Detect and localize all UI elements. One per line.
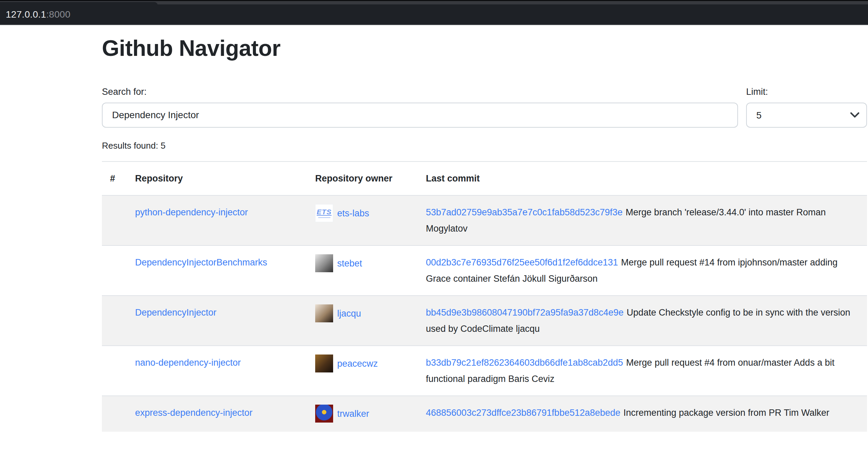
limit-select-wrap: 5 bbox=[746, 103, 867, 128]
repository-cell: nano-dependency-injector bbox=[127, 346, 307, 396]
search-input[interactable] bbox=[102, 103, 738, 128]
row-index-cell bbox=[102, 346, 127, 396]
table-header: # Repository Repository owner Last commi… bbox=[102, 162, 867, 195]
url-host: 127.0.0.1 bbox=[6, 9, 46, 20]
column-header-commit: Last commit bbox=[418, 162, 867, 195]
commit-cell: 00d2b3c7e76935d76f25ee50f6d1f2ef6ddce131… bbox=[418, 245, 867, 296]
owner-avatar bbox=[315, 304, 333, 322]
commit-cell: bb45d9e3b98608047190bf72a95fa9a37d8c4e9e… bbox=[418, 296, 867, 346]
owner-cell: ljacqu bbox=[307, 296, 418, 346]
commit-hash-link[interactable]: 468856003c273dffce23b86791fbbe512a8ebede bbox=[426, 408, 621, 418]
commit-message: Incrementing package version from PR Tim… bbox=[624, 408, 829, 418]
owner-link[interactable]: trwalker bbox=[337, 406, 369, 422]
results-table: # Repository Repository owner Last commi… bbox=[102, 161, 867, 432]
owner-wrap: ETS ets-labs bbox=[315, 204, 410, 222]
ets-logo-text: ETS bbox=[317, 208, 332, 216]
column-header-owner: Repository owner bbox=[307, 162, 418, 195]
ets-logo-subline bbox=[318, 217, 330, 218]
url-text[interactable]: 127.0.0.1:8000 bbox=[6, 4, 70, 24]
repository-link[interactable]: DependencyInjector bbox=[135, 307, 216, 318]
owner-avatar: ETS bbox=[315, 204, 333, 222]
owner-cell: trwalker bbox=[307, 396, 418, 431]
owner-link[interactable]: ets-labs bbox=[337, 205, 369, 221]
repository-link[interactable]: express-dependency-injector bbox=[135, 408, 253, 418]
results-summary: Results found: 5 bbox=[102, 141, 867, 151]
repository-cell: DependencyInjector bbox=[127, 296, 307, 346]
owner-link[interactable]: peacecwz bbox=[337, 356, 378, 372]
browser-tab-strip bbox=[0, 0, 868, 4]
limit-select[interactable]: 5 bbox=[746, 103, 867, 128]
row-index-cell bbox=[102, 195, 127, 245]
owner-wrap: peacecwz bbox=[315, 355, 410, 372]
repository-link[interactable]: nano-dependency-injector bbox=[135, 358, 241, 368]
owner-link[interactable]: stebet bbox=[337, 255, 362, 272]
table-row: DependencyInjector ljacqu bb45d9e3b98608… bbox=[102, 296, 867, 346]
owner-avatar bbox=[315, 254, 333, 272]
owner-cell: ETS ets-labs bbox=[307, 195, 418, 245]
row-index-cell bbox=[102, 396, 127, 431]
table-row: express-dependency-injector trwalker 468… bbox=[102, 396, 867, 431]
results-body: python-dependency-injector ETS ets-labs … bbox=[102, 195, 867, 431]
repository-link[interactable]: DependencyInjectorBenchmarks bbox=[135, 257, 267, 267]
owner-wrap: trwalker bbox=[315, 405, 410, 423]
search-group: Search for: bbox=[102, 87, 738, 128]
browser-address-bar[interactable]: 127.0.0.1:8000 bbox=[0, 0, 868, 25]
owner-link[interactable]: ljacqu bbox=[337, 305, 361, 322]
commit-cell: 53b7ad02759e9ab35a7e7c0c1fab58d523c79f3e… bbox=[418, 195, 867, 245]
owner-wrap: stebet bbox=[315, 254, 410, 272]
commit-cell: 468856003c273dffce23b86791fbbe512a8ebede… bbox=[418, 396, 867, 431]
owner-wrap: ljacqu bbox=[315, 304, 410, 322]
url-port: :8000 bbox=[46, 9, 70, 20]
search-label: Search for: bbox=[102, 87, 738, 97]
repository-cell: DependencyInjectorBenchmarks bbox=[127, 245, 307, 296]
repository-cell: python-dependency-injector bbox=[127, 195, 307, 245]
owner-cell: stebet bbox=[307, 245, 418, 296]
table-row: DependencyInjectorBenchmarks stebet 00d2… bbox=[102, 245, 867, 296]
table-header-row: # Repository Repository owner Last commi… bbox=[102, 162, 867, 195]
owner-avatar bbox=[315, 355, 333, 372]
commit-cell: b33db79c21ef8262364603db66dfe1ab8cab2dd5… bbox=[418, 346, 867, 396]
column-header-number: # bbox=[102, 162, 127, 195]
row-index-cell bbox=[102, 245, 127, 296]
limit-label: Limit: bbox=[746, 87, 867, 97]
commit-hash-link[interactable]: 53b7ad02759e9ab35a7e7c0c1fab58d523c79f3e bbox=[426, 207, 623, 217]
row-index-cell bbox=[102, 296, 127, 346]
page-container: Github Navigator Search for: Limit: 5 Re… bbox=[102, 35, 867, 432]
repository-link[interactable]: python-dependency-injector bbox=[135, 207, 248, 217]
search-form: Search for: Limit: 5 bbox=[102, 87, 867, 128]
owner-cell: peacecwz bbox=[307, 346, 418, 396]
column-header-repository: Repository bbox=[127, 162, 307, 195]
table-row: nano-dependency-injector peacecwz b33db7… bbox=[102, 346, 867, 396]
table-row: python-dependency-injector ETS ets-labs … bbox=[102, 195, 867, 245]
owner-avatar bbox=[315, 405, 333, 423]
page-title: Github Navigator bbox=[102, 35, 867, 61]
commit-hash-link[interactable]: b33db79c21ef8262364603db66dfe1ab8cab2dd5 bbox=[426, 358, 623, 368]
repository-cell: express-dependency-injector bbox=[127, 396, 307, 431]
commit-hash-link[interactable]: bb45d9e3b98608047190bf72a95fa9a37d8c4e9e bbox=[426, 307, 624, 318]
limit-group: Limit: 5 bbox=[746, 87, 867, 128]
commit-hash-link[interactable]: 00d2b3c7e76935d76f25ee50f6d1f2ef6ddce131 bbox=[426, 257, 618, 267]
